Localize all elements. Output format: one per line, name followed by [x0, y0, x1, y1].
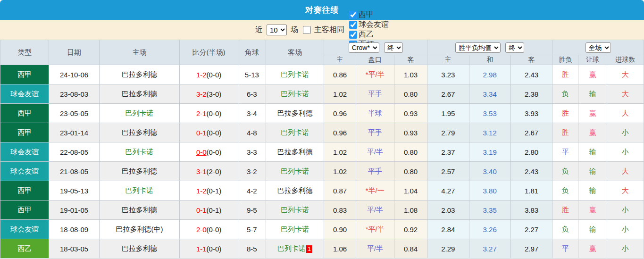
- home-team-cell: 巴拉多利德: [99, 65, 180, 84]
- avg-home-cell: 2.29: [427, 239, 469, 259]
- subcol-odds-away: 客: [394, 55, 427, 65]
- away-team-name: 巴列卡诺: [281, 167, 309, 175]
- score-cell: 0-1(0-1): [180, 201, 238, 220]
- odds-handicap-cell: 平/半: [356, 239, 394, 259]
- avg-draw-cell: 3.80: [469, 181, 510, 201]
- result-handicap-cell: 输: [578, 84, 607, 104]
- away-team-name: 巴列卡诺: [281, 225, 309, 233]
- scope-select[interactable]: 全场: [585, 42, 611, 53]
- away-team-cell: 巴列卡诺: [266, 162, 324, 181]
- avg-home-cell: 2.84: [427, 220, 469, 239]
- score-cell: 0-1(0-0): [180, 123, 238, 142]
- table-row: 西甲24-10-06巴拉多利德1-2(0-0)5-13巴列卡诺0.86*平/半1…: [0, 65, 644, 84]
- date-cell: 18-08-09: [49, 220, 99, 239]
- match-type-cell: 球会友谊: [0, 142, 49, 162]
- avg-draw-cell: 3.35: [469, 201, 510, 220]
- score-fulltime: 2-1: [196, 109, 207, 117]
- date-cell: 24-10-06: [49, 65, 99, 84]
- odds-handicap-cell: *平/半: [356, 220, 394, 239]
- date-cell: 23-08-03: [49, 84, 99, 104]
- result-handicap-cell: 输: [578, 162, 607, 181]
- odds-handicap-cell: *平/半: [356, 65, 394, 84]
- avg-away-cell: 2.43: [510, 65, 552, 84]
- col-header-home: 主场: [99, 40, 180, 65]
- odds-home-cell: 0.86: [324, 65, 356, 84]
- away-team-name: 巴列卡诺: [277, 244, 306, 252]
- date-cell: 22-08-05: [49, 142, 99, 162]
- league-checkbox-1[interactable]: [349, 21, 357, 29]
- subcol-result-handicap: 让球: [578, 55, 607, 65]
- result-handicap-cell: 赢: [578, 201, 607, 220]
- col-header-date: 日期: [49, 40, 99, 65]
- avg-time-select[interactable]: 终: [505, 42, 524, 53]
- home-team-cell: 巴拉多利德: [99, 162, 180, 181]
- corner-cell: 6-3: [238, 84, 266, 104]
- score-halftime: (2-0): [207, 167, 222, 175]
- recent-label: 近: [255, 25, 263, 35]
- date-cell: 19-05-13: [49, 181, 99, 201]
- match-type-cell: 球会友谊: [0, 84, 49, 104]
- col-header-type: 类型: [0, 40, 49, 65]
- col-header-corner: 角球: [238, 40, 266, 65]
- avg-draw-cell: 3.27: [469, 239, 510, 259]
- away-team-cell: 巴列卡诺: [266, 84, 324, 104]
- avg-home-cell: 2.37: [427, 142, 469, 162]
- odds-home-cell: 1.02: [324, 84, 356, 104]
- home-team-cell: 巴拉多利德: [99, 239, 180, 259]
- away-team-cell: 巴列卡诺: [266, 123, 324, 142]
- odds-away-cell: 0.84: [394, 239, 427, 259]
- home-team-cell: 巴列卡诺: [99, 142, 180, 162]
- result-wdl-cell: 负: [552, 181, 578, 201]
- corner-cell: 5-7: [238, 220, 266, 239]
- avg-type-select[interactable]: 胜平负均值: [455, 42, 501, 53]
- avg-home-cell: 4.27: [427, 181, 469, 201]
- col-header-score: 比分(半场): [180, 40, 238, 65]
- bookmaker-select[interactable]: Crow*: [349, 42, 379, 53]
- avg-draw-cell: 3.19: [469, 142, 510, 162]
- subcol-avg-home: 主: [427, 55, 469, 65]
- odds-time-select[interactable]: 终: [384, 42, 403, 53]
- odds-away-cell: 0.80: [394, 84, 427, 104]
- result-handicap-cell: 赢: [578, 123, 607, 142]
- home-team-cell: 巴拉多利德(中): [99, 220, 180, 239]
- odds-home-cell: 0.96: [324, 104, 356, 123]
- head-to-head-panel: 对赛往绩 近 10 场 主客相同 西甲球会友谊西乙西杯 类型 日期 主场 比分(…: [0, 0, 644, 259]
- odds-handicap-cell: 平/半: [356, 201, 394, 220]
- score-fulltime: 1-1: [196, 245, 207, 253]
- away-team-cell: 巴列卡诺1: [266, 239, 324, 259]
- away-team-cell: 巴拉多利德: [266, 142, 324, 162]
- score-fulltime: 1-2: [196, 187, 207, 195]
- away-team-name: 巴列卡诺: [281, 90, 309, 98]
- result-goals-cell: 大: [607, 84, 644, 104]
- odds-away-cell: 1.03: [394, 65, 427, 84]
- score-cell: 0-0(0-0): [180, 142, 238, 162]
- score-halftime: (0-0): [207, 129, 222, 137]
- h2h-table: 类型 日期 主场 比分(半场) 角球 客场 Crow* 终 胜平负均值: [0, 40, 644, 259]
- page-title: 对赛往绩: [305, 5, 339, 16]
- corner-cell: 3-4: [238, 104, 266, 123]
- avg-away-cell: 2.67: [510, 123, 552, 142]
- avg-away-cell: 3.83: [510, 201, 552, 220]
- result-wdl-cell: 胜: [552, 65, 578, 84]
- result-goals-cell: 小: [607, 201, 644, 220]
- odds-handicap-cell: 平/半: [356, 142, 394, 162]
- league-checkbox-2[interactable]: [349, 31, 357, 39]
- date-cell: 21-08-05: [49, 162, 99, 181]
- league-checkbox-0[interactable]: [349, 11, 357, 19]
- odds-home-cell: 1.06: [324, 239, 356, 259]
- avg-home-cell: 1.95: [427, 104, 469, 123]
- home-team-cell: 巴列卡诺: [99, 104, 180, 123]
- result-goals-cell: 小: [607, 123, 644, 142]
- avg-away-cell: 2.27: [510, 220, 552, 239]
- odds-home-cell: 0.96: [324, 123, 356, 142]
- result-handicap-cell: 赢: [578, 104, 607, 123]
- score-halftime: (3-0): [207, 90, 222, 98]
- avg-group-header: 胜平负均值 终: [427, 40, 552, 55]
- avg-draw-cell: 2.98: [469, 65, 510, 84]
- avg-home-cell: 2.57: [427, 162, 469, 181]
- same-venue-checkbox[interactable]: [303, 26, 311, 34]
- recent-count-select[interactable]: 10: [267, 25, 287, 35]
- score-cell: 1-1(0-0): [180, 239, 238, 259]
- avg-draw-cell: 3.34: [469, 84, 510, 104]
- corner-cell: 3-3: [238, 142, 266, 162]
